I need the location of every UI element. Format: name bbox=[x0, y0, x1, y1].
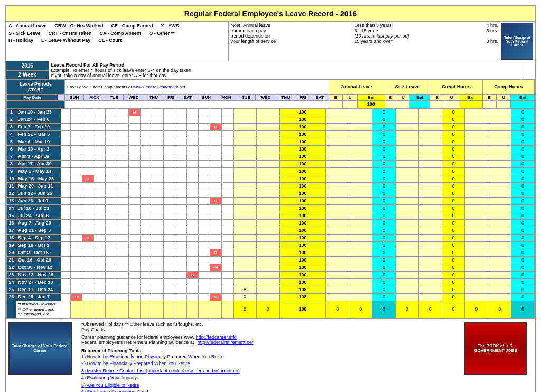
day-cell[interactable] bbox=[129, 160, 141, 167]
pay-charts-link[interactable]: Pay Charts bbox=[81, 327, 460, 332]
day-cell[interactable] bbox=[175, 249, 187, 256]
day-cell[interactable] bbox=[94, 130, 106, 138]
day-cell[interactable] bbox=[71, 249, 82, 256]
day-cell[interactable] bbox=[222, 219, 234, 227]
day-cell[interactable] bbox=[71, 227, 82, 234]
day-cell[interactable] bbox=[210, 190, 222, 197]
day-cell[interactable] bbox=[175, 167, 187, 175]
day-cell[interactable] bbox=[106, 293, 117, 301]
day-cell[interactable] bbox=[106, 123, 117, 130]
day-cell[interactable] bbox=[129, 256, 141, 264]
day-cell[interactable] bbox=[117, 241, 129, 249]
day-cell[interactable] bbox=[71, 219, 82, 227]
day-cell[interactable] bbox=[141, 153, 152, 160]
day-cell[interactable] bbox=[164, 160, 175, 167]
day-cell[interactable] bbox=[222, 286, 234, 293]
day-cell[interactable] bbox=[117, 145, 129, 153]
day-cell[interactable] bbox=[94, 116, 106, 123]
day-cell[interactable] bbox=[141, 264, 152, 271]
day-cell[interactable] bbox=[141, 138, 152, 145]
day-cell[interactable] bbox=[222, 160, 234, 167]
day-cell[interactable] bbox=[164, 227, 175, 234]
day-cell[interactable] bbox=[94, 190, 106, 197]
day-cell[interactable] bbox=[94, 175, 106, 182]
day-cell[interactable] bbox=[164, 204, 175, 212]
day-cell[interactable] bbox=[94, 271, 106, 278]
day-cell[interactable] bbox=[175, 160, 187, 167]
day-cell[interactable] bbox=[164, 138, 175, 145]
day-cell[interactable] bbox=[129, 227, 141, 234]
day-cell[interactable] bbox=[187, 256, 199, 264]
day-cell[interactable] bbox=[164, 182, 175, 190]
day-cell[interactable] bbox=[175, 204, 187, 212]
day-cell[interactable] bbox=[199, 175, 210, 182]
day-cell[interactable] bbox=[94, 278, 106, 286]
retirement-link[interactable]: 4) Evaluating Your Annuity bbox=[81, 375, 460, 382]
day-cell[interactable] bbox=[71, 123, 82, 130]
day-cell[interactable] bbox=[152, 130, 164, 138]
day-cell[interactable] bbox=[117, 256, 129, 264]
retirement-link[interactable]: 2) How to be Financially Prepared When Y… bbox=[81, 360, 460, 368]
day-cell[interactable] bbox=[106, 227, 117, 234]
day-cell[interactable] bbox=[141, 167, 152, 175]
day-cell[interactable] bbox=[175, 197, 187, 204]
day-cell[interactable] bbox=[129, 249, 141, 256]
day-cell[interactable] bbox=[129, 182, 141, 190]
day-cell[interactable] bbox=[210, 182, 222, 190]
day-cell[interactable] bbox=[117, 219, 129, 227]
day-cell[interactable] bbox=[199, 145, 210, 153]
day-cell[interactable] bbox=[117, 234, 129, 241]
day-cell[interactable] bbox=[117, 175, 129, 182]
day-cell[interactable] bbox=[71, 160, 82, 167]
day-cell[interactable] bbox=[129, 264, 141, 271]
day-cell[interactable] bbox=[152, 153, 164, 160]
day-cell[interactable] bbox=[210, 167, 222, 175]
day-cell[interactable]: H bbox=[187, 271, 199, 278]
day-cell[interactable] bbox=[117, 197, 129, 204]
day-cell[interactable] bbox=[187, 108, 199, 116]
day-cell[interactable] bbox=[94, 219, 106, 227]
day-cell[interactable] bbox=[222, 197, 234, 204]
day-cell[interactable] bbox=[175, 108, 187, 116]
day-cell[interactable] bbox=[152, 241, 164, 249]
day-cell[interactable]: H bbox=[71, 293, 82, 301]
day-cell[interactable] bbox=[210, 278, 222, 286]
day-cell[interactable] bbox=[141, 190, 152, 197]
day-cell[interactable] bbox=[117, 227, 129, 234]
day-cell[interactable] bbox=[210, 108, 222, 116]
day-cell[interactable] bbox=[152, 278, 164, 286]
day-cell[interactable] bbox=[82, 278, 94, 286]
day-cell[interactable] bbox=[152, 123, 164, 130]
day-cell[interactable] bbox=[129, 219, 141, 227]
day-cell[interactable] bbox=[152, 197, 164, 204]
day-cell[interactable] bbox=[129, 204, 141, 212]
day-cell[interactable] bbox=[199, 190, 210, 197]
day-cell[interactable] bbox=[82, 286, 94, 293]
day-cell[interactable] bbox=[117, 116, 129, 123]
day-cell[interactable] bbox=[71, 212, 82, 219]
day-cell[interactable] bbox=[199, 249, 210, 256]
day-cell[interactable] bbox=[210, 204, 222, 212]
day-cell[interactable] bbox=[82, 130, 94, 138]
day-cell[interactable] bbox=[129, 271, 141, 278]
day-cell[interactable] bbox=[71, 175, 82, 182]
day-cell[interactable] bbox=[106, 286, 117, 293]
day-cell[interactable] bbox=[210, 234, 222, 241]
day-cell[interactable] bbox=[94, 264, 106, 271]
day-cell[interactable] bbox=[199, 227, 210, 234]
day-cell[interactable] bbox=[187, 249, 199, 256]
day-cell[interactable] bbox=[175, 293, 187, 301]
day-cell[interactable] bbox=[210, 227, 222, 234]
day-cell[interactable] bbox=[82, 153, 94, 160]
day-cell[interactable] bbox=[71, 116, 82, 123]
day-cell[interactable] bbox=[222, 212, 234, 219]
day-cell[interactable] bbox=[175, 145, 187, 153]
day-cell[interactable] bbox=[117, 190, 129, 197]
day-cell[interactable] bbox=[164, 153, 175, 160]
day-cell[interactable] bbox=[187, 153, 199, 160]
day-cell[interactable] bbox=[222, 190, 234, 197]
day-cell[interactable] bbox=[129, 241, 141, 249]
day-cell[interactable] bbox=[152, 256, 164, 264]
day-cell[interactable] bbox=[187, 227, 199, 234]
day-cell[interactable] bbox=[210, 212, 222, 219]
